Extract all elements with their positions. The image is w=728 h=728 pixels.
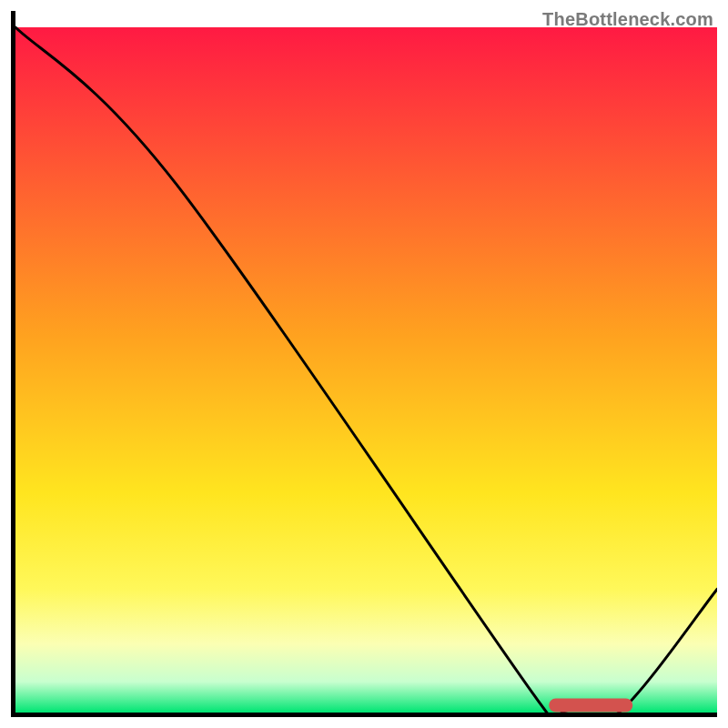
chart-frame: TheBottleneck.com bbox=[11, 11, 717, 717]
chart-background bbox=[15, 27, 717, 713]
bottleneck-chart bbox=[11, 11, 717, 717]
watermark-text: TheBottleneck.com bbox=[542, 9, 713, 30]
